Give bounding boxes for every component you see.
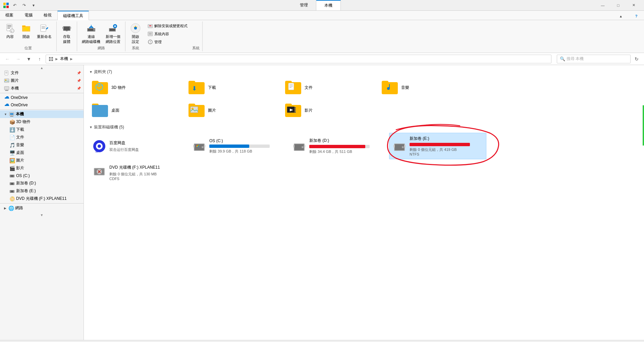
svg-rect-74 [294, 107, 296, 109]
ribbon-btn-add-network[interactable]: 新增一個網路位置 [104, 22, 122, 45]
ribbon-btn-properties[interactable]: i 內容 [3, 22, 17, 40]
sidebar-item-downloads[interactable]: ⬇️ 下載 [0, 126, 84, 133]
c-drive-bar-container [209, 145, 270, 148]
address-box[interactable]: ► 本機 ► [46, 55, 551, 63]
folder-desktop[interactable]: 桌面 [89, 100, 183, 120]
minimize-button[interactable]: — [595, 0, 610, 11]
folder-music-label: 音樂 [401, 85, 409, 91]
ribbon-btn-media-label: 存取媒體 [63, 34, 70, 44]
sidebar-item-pictures-quick[interactable]: 圖片 📌 [0, 77, 84, 84]
drive-baidu[interactable]: 百 百度网盘 双击运行百度网盘 [89, 133, 186, 159]
ribbon-btn-media[interactable]: 存取媒體 [59, 22, 74, 45]
up-button[interactable]: ↑ [35, 54, 44, 64]
system-group-bottom-label: 系統 [192, 45, 200, 51]
folders-toggle[interactable]: ▼ [89, 70, 93, 74]
sidebar-item-osc[interactable]: OS (C:) [0, 172, 84, 179]
ribbon-help-btn[interactable]: ? [629, 11, 644, 21]
sidebar-item-thispc[interactable]: ▼ 本機 [0, 110, 84, 118]
ribbon-tab-drive-tools[interactable]: 磁碟機工具 [57, 11, 89, 20]
ribbon-group-system-label: 系統 [132, 45, 139, 51]
ribbon-group-media-items: 存取媒體 [59, 22, 74, 50]
svg-rect-50 [5, 91, 8, 91]
recent-locations-button[interactable]: ▼ [24, 54, 34, 64]
ribbon-btn-system-props[interactable]: 系統內容 [146, 30, 190, 38]
svg-rect-17 [62, 27, 64, 29]
sidebar-item-documents-quick[interactable]: 文件 📌 [0, 69, 84, 77]
refresh-button[interactable]: ↻ [632, 54, 641, 64]
folder-music[interactable]: 音樂 [379, 77, 473, 98]
close-button[interactable]: ✕ [626, 0, 641, 11]
svg-point-59 [11, 183, 13, 185]
sidebar-divider-2 [0, 109, 84, 110]
sidebar-item-onedrive-2[interactable]: OneDrive [0, 101, 84, 109]
ribbon-btn-open[interactable]: 開啟 [19, 22, 34, 40]
sidebar-item-network[interactable]: ▶ 🌐 網路 [0, 204, 84, 212]
back-button[interactable]: ← [3, 54, 12, 64]
address-path-arrow: ► [69, 57, 73, 61]
folder-videos[interactable]: 影片 [282, 100, 376, 120]
folder-docs[interactable]: 文件 [282, 77, 376, 98]
drive-dvd[interactable]: DVD 光碟機 (F:) XPLANE11 剩餘 0 個位元組，共 130 MB… [89, 162, 186, 183]
svg-rect-46 [4, 79, 9, 82]
sidebar-item-d[interactable]: 新加卷 (D:) [0, 179, 84, 187]
sidebar-item-thispc-quick[interactable]: 本機 📌 [0, 84, 84, 92]
sidebar-item-videos[interactable]: 🎬 影片 [0, 164, 84, 172]
sidebar-item-e[interactable]: 新加卷 (E:) [0, 187, 84, 195]
drives-toggle[interactable]: ▼ [89, 125, 93, 129]
c-drive-icon [193, 139, 206, 153]
folder-docs-icon [285, 79, 301, 96]
ribbon-group-system: 開啟設定 系統 解除安裝或變更程式 系統內容 [125, 21, 203, 51]
forward-button[interactable]: → [13, 54, 23, 64]
e-drive-bar-container [410, 143, 470, 146]
sidebar-item-dvd[interactable]: 📀 DVD 光碟機 (F:) XPLANE11 [0, 195, 84, 203]
sidebar-item-3d[interactable]: 📦 3D 物件 [0, 118, 84, 126]
pin-icon-1: 📌 [77, 79, 81, 82]
ribbon-tab-computer[interactable]: 電腦 [19, 11, 38, 20]
search-box[interactable]: 🔍 搜尋 本機 [557, 55, 631, 63]
ribbon-group-media-label [59, 50, 74, 51]
svg-point-61 [11, 190, 13, 192]
ribbon-btn-settings[interactable]: 開啟設定 [128, 22, 143, 45]
d-drive-info: 新加卷 (D:) 剩餘 34.4 GB，共 511 GB [309, 138, 383, 154]
ribbon-tab-view[interactable]: 檢視 [38, 11, 57, 20]
maximize-button[interactable]: □ [610, 0, 626, 11]
sidebar-label-pictures2: 圖片 [16, 158, 24, 163]
d-drive-icon-main [292, 139, 306, 153]
sidebar-item-onedrive-1[interactable]: OneDrive [0, 94, 84, 101]
folder-pictures[interactable]: 圖片 [186, 100, 280, 120]
ribbon-tab-file[interactable]: 檔案 [0, 11, 19, 20]
drive-c[interactable]: OS (C:) 剩餘 39.9 GB，共 118 GB [189, 133, 286, 159]
tab-this-pc[interactable]: 本機 [316, 0, 341, 10]
qat-dropdown[interactable]: ▾ [30, 1, 38, 9]
3d-icon: 📦 [9, 119, 15, 125]
sidebar-label-videos: 影片 [16, 165, 24, 171]
pin-icon-2: 📌 [77, 87, 81, 90]
folder-3d[interactable]: 3D 物件 [89, 77, 183, 98]
ribbon-btn-network-drive[interactable]: 連線網路磁碟機 [80, 22, 102, 45]
sidebar-scroll-down[interactable]: ▼ [40, 213, 44, 217]
qat-undo[interactable]: ↶ [11, 1, 19, 9]
ribbon-system-small-btns: 解除安裝或變更程式 系統內容 管理 [146, 22, 190, 46]
svg-point-101 [402, 147, 404, 148]
sidebar-item-music[interactable]: 🎵 音樂 [0, 141, 84, 149]
ribbon-group-location-items: i 內容 開啟 重新命名 [3, 22, 54, 45]
tab-manage[interactable]: 管理 [292, 0, 316, 10]
sidebar-item-docs[interactable]: 📄 文件 [0, 133, 84, 141]
sidebar-item-desktop[interactable]: 🖥️ 桌面 [0, 149, 84, 157]
ribbon-btn-uninstall[interactable]: 解除安裝或變更程式 [146, 22, 190, 30]
ribbon-btn-rename[interactable]: 重新命名 [35, 22, 54, 40]
sidebar-label-pictures: 圖片 [11, 78, 19, 83]
sidebar-scroll-up[interactable]: ▲ [40, 66, 44, 70]
sidebar-item-pictures[interactable]: 🖼️ 圖片 [0, 157, 84, 164]
ribbon-btn-manage[interactable]: 管理 [146, 38, 190, 46]
dvd-free: 剩餘 0 個位元組，共 130 MB [109, 172, 183, 177]
folder-download[interactable]: ⬇ 下載 [186, 77, 280, 98]
drive-e[interactable]: 新加卷 (E:) 剩餘 0 個位元組，共 419 GB NTFS [389, 133, 486, 159]
drive-d[interactable]: 新加卷 (D:) 剩餘 34.4 GB，共 511 GB [289, 133, 386, 159]
ribbon-group-network-items: 連線網路磁碟機 新增一個網路位置 [80, 22, 122, 45]
qat-redo[interactable]: ↷ [20, 1, 28, 9]
ribbon-group-location: i 內容 開啟 重新命名 位置 [0, 21, 57, 51]
network-drive-icon [86, 23, 97, 34]
drives-section-header: ▼ 裝置和磁碟機 (5) [89, 124, 639, 130]
ribbon-collapse-btn[interactable]: ▲ [613, 11, 629, 21]
